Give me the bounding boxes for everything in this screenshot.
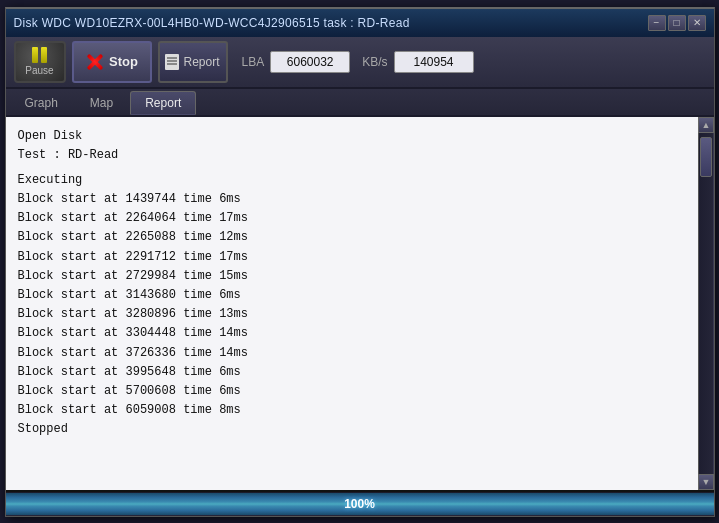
restore-button[interactable]: □ [668, 15, 686, 31]
report-line: Block start at 3280896 time 13ms [18, 305, 686, 324]
report-line: Block start at 3995648 time 6ms [18, 363, 686, 382]
report-line: Open Disk [18, 127, 686, 146]
pause-label: Pause [25, 65, 53, 76]
title-bar-buttons: − □ ✕ [648, 15, 706, 31]
lba-label: LBA [242, 55, 265, 69]
kbs-label: KB/s [362, 55, 387, 69]
scroll-up-button[interactable]: ▲ [698, 117, 714, 133]
report-line: Executing [18, 171, 686, 190]
report-area[interactable]: Open DiskTest : RD-ReadExecutingBlock st… [6, 117, 698, 490]
report-line: Block start at 6059008 time 8ms [18, 401, 686, 420]
report-line: Block start at 3304448 time 14ms [18, 324, 686, 343]
report-line: Test : RD-Read [18, 146, 686, 165]
report-line: Block start at 2265088 time 12ms [18, 228, 686, 247]
pause-bar-left [32, 47, 38, 63]
kbs-value: 140954 [394, 51, 474, 73]
progress-text: 100% [344, 497, 375, 511]
report-icon [165, 54, 179, 70]
title-bar: Disk WDC WD10EZRX-00L4HB0-WD-WCC4J290651… [6, 9, 714, 37]
window-title: Disk WDC WD10EZRX-00L4HB0-WD-WCC4J290651… [14, 16, 410, 30]
progress-bar-track: 100% [6, 493, 714, 515]
pause-bar-right [41, 47, 47, 63]
report-label: Report [183, 55, 219, 69]
lba-section: LBA 6060032 [242, 51, 351, 73]
tabs-bar: Graph Map Report [6, 89, 714, 117]
tab-graph[interactable]: Graph [10, 91, 73, 115]
progress-bar-container: 100% [6, 490, 714, 516]
stop-icon [85, 52, 105, 72]
pause-icon [32, 47, 47, 63]
tab-report[interactable]: Report [130, 91, 196, 115]
report-line: Stopped [18, 420, 686, 439]
toolbar: Pause Stop Report LBA 6060032 KB/s 14095… [6, 37, 714, 89]
report-line: Block start at 3726336 time 14ms [18, 344, 686, 363]
report-line: Block start at 3143680 time 6ms [18, 286, 686, 305]
report-line: Block start at 1439744 time 6ms [18, 190, 686, 209]
stop-button[interactable]: Stop [72, 41, 152, 83]
report-line: Block start at 5700608 time 6ms [18, 382, 686, 401]
minimize-button[interactable]: − [648, 15, 666, 31]
report-line: Block start at 2264064 time 17ms [18, 209, 686, 228]
scroll-thumb[interactable] [700, 137, 712, 177]
scrollbar: ▲ ▼ [698, 117, 714, 490]
main-content: Open DiskTest : RD-ReadExecutingBlock st… [6, 117, 714, 490]
report-line: Block start at 2729984 time 15ms [18, 267, 686, 286]
tab-map[interactable]: Map [75, 91, 128, 115]
pause-button[interactable]: Pause [14, 41, 66, 83]
report-button[interactable]: Report [158, 41, 228, 83]
main-window: Disk WDC WD10EZRX-00L4HB0-WD-WCC4J290651… [5, 7, 715, 517]
kbs-section: KB/s 140954 [362, 51, 473, 73]
scroll-down-button[interactable]: ▼ [698, 474, 714, 490]
close-button[interactable]: ✕ [688, 15, 706, 31]
lba-value: 6060032 [270, 51, 350, 73]
report-line: Block start at 2291712 time 17ms [18, 248, 686, 267]
scroll-track[interactable] [699, 133, 713, 474]
stop-label: Stop [109, 54, 138, 69]
